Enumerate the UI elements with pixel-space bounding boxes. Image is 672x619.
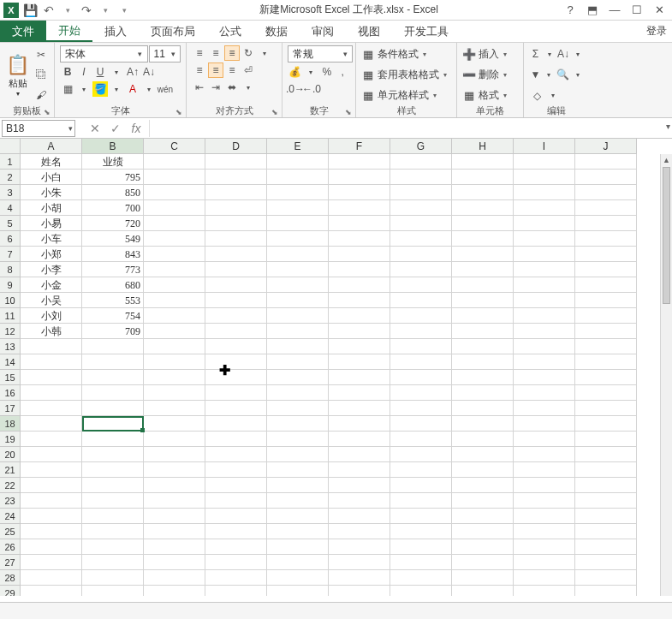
cell[interactable]: 549 (82, 231, 144, 247)
cell[interactable] (575, 478, 637, 493)
cell[interactable] (329, 354, 390, 370)
cell[interactable] (205, 154, 267, 170)
decrease-font-icon[interactable]: A↓ (141, 64, 157, 80)
cell[interactable] (267, 216, 329, 231)
cell[interactable] (329, 324, 390, 339)
cell[interactable] (205, 555, 267, 570)
cell[interactable] (267, 509, 329, 524)
cell[interactable] (21, 432, 82, 447)
cell[interactable]: 720 (82, 216, 144, 231)
cell[interactable] (267, 170, 329, 185)
tab-home[interactable]: 开始 (46, 21, 92, 42)
clipboard-dialog-icon[interactable]: ⬊ (44, 108, 51, 116)
cell[interactable] (267, 293, 329, 308)
minimize-icon[interactable]: — (607, 3, 622, 16)
cell[interactable] (329, 385, 390, 401)
cell[interactable] (514, 555, 575, 570)
cells-area[interactable]: 姓名业绩小白795小朱850小胡700小易720小车549小郑843小李773小… (21, 154, 637, 596)
cell[interactable] (390, 555, 452, 570)
cell[interactable] (390, 401, 452, 416)
cell[interactable] (452, 308, 514, 324)
percent-icon[interactable]: % (319, 64, 335, 80)
cell[interactable] (514, 509, 575, 524)
cell[interactable] (144, 370, 205, 385)
cell[interactable] (452, 447, 514, 462)
comma-icon[interactable]: , (336, 64, 351, 80)
cell[interactable] (575, 170, 637, 185)
column-header[interactable]: C (144, 139, 205, 154)
cell[interactable] (575, 401, 637, 416)
cell[interactable] (514, 216, 575, 231)
cell[interactable] (514, 324, 575, 339)
paste-button[interactable]: 📋 粘贴 ▾ (5, 45, 30, 104)
cell[interactable] (390, 200, 452, 216)
row-header[interactable]: 22 (0, 478, 21, 493)
cell[interactable] (514, 308, 575, 324)
format-cells-button[interactable]: ▦格式▾ (462, 87, 518, 104)
font-color-icon[interactable]: A (125, 81, 140, 97)
column-header[interactable]: H (452, 139, 514, 154)
cell[interactable] (390, 586, 452, 596)
cell[interactable] (82, 478, 144, 493)
row-header[interactable]: 20 (0, 447, 21, 462)
row-header[interactable]: 2 (0, 170, 21, 185)
cell[interactable]: 小车 (21, 231, 82, 247)
cell[interactable] (205, 293, 267, 308)
paste-dropdown-icon[interactable]: ▾ (16, 90, 20, 98)
cell[interactable] (329, 200, 390, 216)
cell[interactable] (144, 447, 205, 462)
undo-icon[interactable]: ↶ (41, 3, 56, 18)
cell[interactable] (390, 262, 452, 277)
cell[interactable] (329, 493, 390, 509)
cell[interactable] (575, 555, 637, 570)
row-header[interactable]: 8 (0, 262, 21, 277)
insert-cells-button[interactable]: ➕插入▾ (462, 45, 518, 62)
find-icon[interactable]: 🔍 (556, 67, 570, 82)
format-painter-icon[interactable]: 🖌 (33, 87, 49, 103)
wrap-text-icon[interactable]: ⏎ (241, 62, 256, 78)
cell[interactable] (329, 308, 390, 324)
number-dialog-icon[interactable]: ⬊ (345, 108, 352, 116)
cell[interactable] (144, 247, 205, 262)
row-header[interactable]: 24 (0, 509, 21, 524)
cell[interactable] (267, 524, 329, 539)
cell[interactable] (205, 170, 267, 185)
chevron-down-icon[interactable]: ▾ (340, 50, 350, 58)
sheet-tabs[interactable] (0, 602, 672, 619)
cell[interactable] (21, 447, 82, 462)
row-header[interactable]: 7 (0, 247, 21, 262)
tab-view[interactable]: 视图 (346, 21, 392, 42)
cell[interactable] (452, 493, 514, 509)
cell[interactable] (144, 262, 205, 277)
cell[interactable] (390, 462, 452, 478)
cell[interactable] (205, 539, 267, 555)
fill-color-icon[interactable]: 🪣 (92, 81, 108, 97)
cell[interactable] (21, 555, 82, 570)
cell[interactable] (390, 231, 452, 247)
cell[interactable] (575, 339, 637, 354)
cell[interactable] (21, 416, 82, 432)
cell[interactable] (514, 524, 575, 539)
cell[interactable] (452, 478, 514, 493)
fontcolor-dropdown-icon[interactable]: ▾ (141, 81, 157, 97)
cell[interactable] (390, 170, 452, 185)
cell[interactable] (21, 385, 82, 401)
cell[interactable] (452, 401, 514, 416)
row-header[interactable]: 1 (0, 154, 21, 170)
cell[interactable] (205, 324, 267, 339)
cell[interactable] (329, 339, 390, 354)
cell[interactable] (329, 570, 390, 586)
cell[interactable] (144, 324, 205, 339)
cell[interactable] (514, 447, 575, 462)
cell[interactable] (267, 231, 329, 247)
cell[interactable] (267, 493, 329, 509)
cell[interactable] (452, 185, 514, 200)
cell[interactable] (575, 247, 637, 262)
scroll-thumb[interactable] (663, 167, 670, 304)
cell[interactable] (144, 432, 205, 447)
cell[interactable] (205, 277, 267, 293)
cell[interactable] (205, 216, 267, 231)
cell[interactable] (21, 478, 82, 493)
cell[interactable] (575, 185, 637, 200)
cell[interactable] (390, 478, 452, 493)
